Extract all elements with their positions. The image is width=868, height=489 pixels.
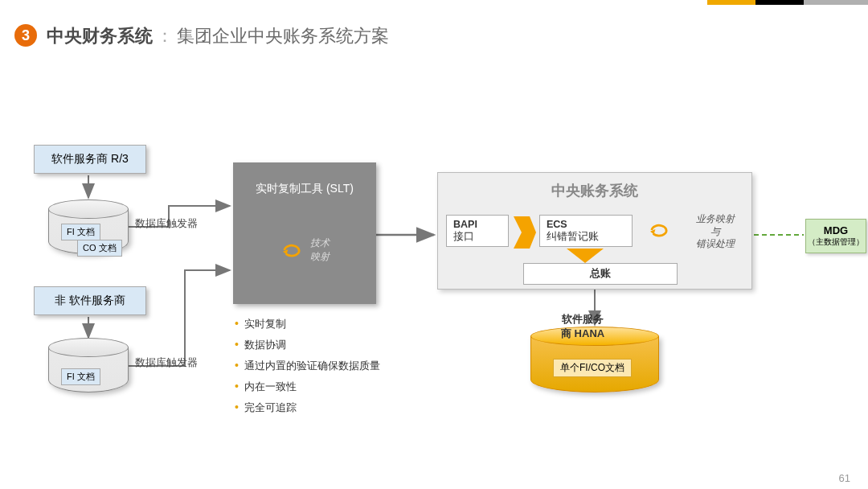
- title-main: 中央财务系统: [47, 26, 153, 46]
- business-mapping-label: 业务映射 与 错误处理: [682, 213, 748, 251]
- hana-db: 软件服务 商 HANA 单个FI/CO文档: [530, 336, 659, 392]
- db-tag-co: CO 文档: [77, 240, 122, 257]
- slt-title: 实时复制工具 (SLT): [241, 182, 368, 196]
- db-tag-fi: FI 文档: [61, 224, 100, 240]
- slt-panel: 实时复制工具 (SLT) 技术 映射: [233, 162, 376, 304]
- gl-box: 总账: [523, 263, 678, 285]
- db-tag-fi-2: FI 文档: [61, 368, 100, 385]
- map-line-1: 业务映射: [682, 213, 748, 226]
- bullet-item: 内在一致性: [235, 380, 380, 394]
- slide-number-badge: 3: [14, 24, 37, 47]
- hana-db-tag: 单个FI/CO文档: [553, 359, 632, 377]
- title-separator: ：: [156, 26, 174, 46]
- source-nonsap-box: 非 软件服务商: [34, 286, 146, 315]
- bullet-item: 实时复制: [235, 317, 380, 331]
- title-subtitle: 集团企业中央账务系统方案: [177, 26, 389, 46]
- slt-bullet-list: 实时复制 数据协调 通过内置的验证确保数据质量 内在一致性 完全可追踪: [235, 310, 380, 421]
- trigger-label-bottom: 数据库触发器: [135, 356, 198, 370]
- map-line-3: 错误处理: [682, 238, 748, 251]
- bapi-title: BAPI: [453, 219, 502, 230]
- map-line-2: 与: [682, 226, 748, 239]
- chevron-right-icon: [514, 216, 536, 252]
- bapi-box: BAPI 接口: [446, 215, 509, 247]
- architecture-diagram: 软件服务商 R/3 FI 文档 CO 文档 数据库触发器 非 软件服务商 FI …: [0, 97, 868, 466]
- slt-map-label: 技术 映射: [310, 236, 330, 264]
- bullet-item: 完全可追踪: [235, 401, 380, 415]
- corner-band: [707, 0, 868, 5]
- slide-title: 中央财务系统：集团企业中央账务系统方案: [47, 24, 389, 48]
- slt-mapping-row: 技术 映射: [241, 236, 368, 264]
- ecs-box: ECS 纠错暂记账: [539, 215, 633, 247]
- cycle-icon: [647, 221, 671, 239]
- cycle-icon: [280, 241, 304, 259]
- page-number: 61: [839, 472, 850, 484]
- mdg-title: MDG: [806, 224, 866, 236]
- central-panel-title: 中央账务系统: [438, 173, 751, 205]
- source-nonsap-db: FI 文档: [48, 347, 129, 392]
- central-panel: 中央账务系统 BAPI 接口 ECS 纠错暂记账 总账 业务映射 与 错误处理: [437, 172, 752, 290]
- ecs-subtitle: 纠错暂记账: [547, 230, 625, 244]
- trigger-label-top: 数据库触发器: [135, 217, 198, 231]
- source-sap-box: 软件服务商 R/3: [34, 145, 146, 174]
- source-sap-db: FI 文档 CO 文档: [48, 209, 129, 254]
- hana-db-title: 软件服务 商 HANA: [561, 312, 604, 341]
- mdg-subtitle: （主数据管理）: [806, 236, 866, 248]
- bullet-item: 通过内置的验证确保数据质量: [235, 359, 380, 373]
- bullet-item: 数据协调: [235, 338, 380, 352]
- mdg-box: MDG （主数据管理）: [805, 219, 866, 253]
- bapi-subtitle: 接口: [453, 230, 502, 244]
- ecs-title: ECS: [547, 219, 625, 230]
